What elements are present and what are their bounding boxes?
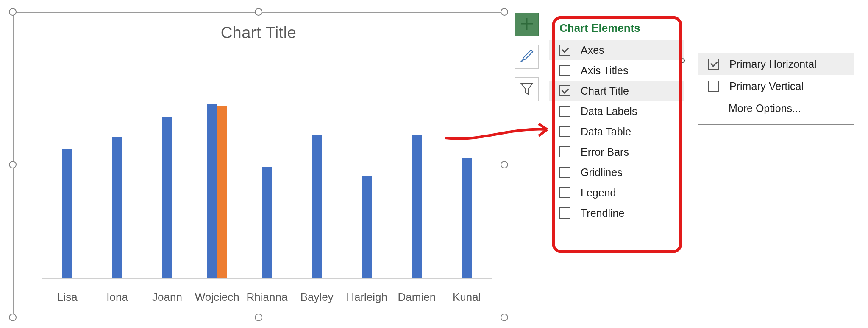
checkbox[interactable] [559,45,570,56]
bar-series1[interactable] [312,135,322,279]
element-option-error-bars[interactable]: Error Bars [549,142,684,162]
element-option-axes[interactable]: Axes [549,40,684,60]
option-label: Primary Horizontal [729,58,817,70]
bar-series1[interactable] [362,176,372,279]
category-kunal [442,54,492,279]
option-label: Primary Vertical [729,80,804,93]
option-label: Gridlines [581,166,623,179]
chart-elements-flyout: Chart Elements AxesAxis TitlesChart Titl… [549,13,684,232]
element-option-data-table[interactable]: Data Table [549,121,684,142]
paintbrush-icon [518,48,535,66]
resize-handle-ml[interactable] [9,161,17,168]
submenu-caret-icon[interactable]: › [682,53,686,67]
resize-handle-bc[interactable] [255,314,262,321]
category-damien [392,54,442,279]
checkbox[interactable] [559,167,570,178]
axes-option-primary-horizontal[interactable]: Primary Horizontal [698,53,854,75]
x-tick-label: Bayley [292,291,342,304]
chart-object[interactable]: Chart Title LisaIonaJoannWojciechRhianna… [13,12,504,317]
x-axis-line [42,278,492,279]
resize-handle-tr[interactable] [501,8,508,16]
option-label: Legend [581,187,616,199]
resize-handle-bl[interactable] [9,314,17,321]
element-option-legend[interactable]: Legend [549,182,684,203]
chart-filters-button[interactable] [515,77,539,101]
category-bayley [292,54,342,279]
checkbox[interactable] [708,81,719,92]
bar-series1[interactable] [262,167,272,279]
chart-styles-button[interactable] [515,45,539,69]
checkbox[interactable] [559,65,570,76]
checkbox[interactable] [559,106,570,117]
bar-series1[interactable] [112,137,122,279]
checkbox[interactable] [559,207,570,219]
element-option-gridlines[interactable]: Gridlines [549,162,684,182]
option-label: Axes [581,44,604,56]
element-option-axis-titles[interactable]: Axis Titles [549,60,684,81]
option-label: Trendline [581,207,624,219]
flyout-title: Chart Elements [549,19,684,40]
bar-series1[interactable] [462,158,472,279]
category-rhianna [242,54,292,279]
x-tick-label: Lisa [42,291,92,304]
category-iona [92,54,142,279]
axes-submenu: Primary HorizontalPrimary Vertical More … [698,48,854,125]
resize-handle-mr[interactable] [501,161,508,168]
x-tick-label: Harleigh [342,291,392,304]
bar-series1[interactable] [207,104,217,279]
bar-series1[interactable] [412,135,422,279]
category-lisa [42,54,92,279]
checkbox[interactable] [559,126,570,137]
checkbox[interactable] [708,59,719,70]
funnel-icon [518,80,535,98]
option-label: Chart Title [581,85,629,97]
x-tick-label: Joann [142,291,192,304]
axes-option-primary-vertical[interactable]: Primary Vertical [698,75,854,97]
element-option-chart-title[interactable]: Chart Title [549,81,684,101]
bar-series1[interactable] [162,117,172,279]
category-harleigh [342,54,392,279]
more-options-item[interactable]: More Options... [698,97,854,119]
category-joann [142,54,192,279]
option-label: Axis Titles [581,64,629,77]
plus-icon [519,16,534,33]
resize-handle-tc[interactable] [255,8,262,16]
element-option-trendline[interactable]: Trendline [549,203,684,223]
chart-elements-button[interactable] [515,13,539,36]
checkbox[interactable] [559,146,570,157]
x-axis-labels: LisaIonaJoannWojciechRhiannaBayleyHarlei… [42,291,492,304]
resize-handle-tl[interactable] [9,8,17,16]
option-label: Data Labels [581,105,637,118]
checkbox[interactable] [559,187,570,198]
x-tick-label: Damien [392,291,442,304]
x-tick-label: Wojciech [192,291,242,304]
checkbox[interactable] [559,85,570,96]
x-tick-label: Kunal [442,291,492,304]
category-wojciech [192,54,242,279]
element-option-data-labels[interactable]: Data Labels [549,101,684,121]
bar-series2[interactable] [217,106,227,279]
option-label: Error Bars [581,146,629,158]
x-tick-label: Rhianna [242,291,292,304]
x-tick-label: Iona [92,291,142,304]
plot-area[interactable] [42,54,492,279]
annotation-arrow [443,119,558,144]
option-label: Data Table [581,126,631,138]
resize-handle-br[interactable] [501,314,508,321]
bar-series1[interactable] [62,149,72,279]
chart-title[interactable]: Chart Title [13,24,504,42]
